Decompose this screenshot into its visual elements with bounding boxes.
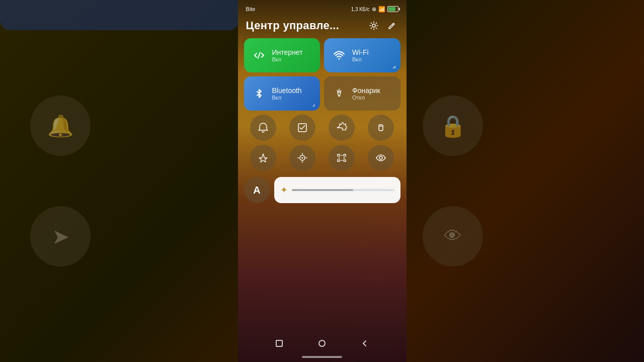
nav-back-icon [361, 340, 368, 347]
phone-container: Bite 1,3 КБ/с ⊕ 📶 Центр управле... [238, 0, 407, 362]
bluetooth-status: Вкл [272, 95, 302, 101]
nav-square-button[interactable] [272, 336, 287, 351]
brightness-bar [292, 189, 394, 191]
bottom-nav-bar [238, 333, 407, 358]
svg-point-5 [302, 157, 303, 159]
bluetooth-status-icon: ⊕ [372, 6, 376, 13]
signal-icon: 📶 [378, 6, 385, 13]
speed-label: 1,3 КБ/с [351, 7, 370, 12]
settings-icon[interactable] [367, 19, 380, 32]
wifi-toggle-text: Wi-Fi Вкл [352, 48, 369, 62]
cc-header: Центр управле... [238, 16, 407, 38]
font-btn-label: A [253, 185, 260, 196]
flashlight-status: Откл [352, 95, 380, 101]
cc-title: Центр управле... [246, 19, 340, 32]
small-buttons-row-2 [238, 145, 407, 171]
bluetooth-label: Bluetooth [272, 86, 302, 95]
bluetooth-toggle-text: Bluetooth Вкл [272, 86, 302, 101]
internet-icon [251, 47, 267, 63]
brightness-slider[interactable]: ✦ [274, 177, 400, 203]
wifi-toggle[interactable]: Wi-Fi Вкл [324, 38, 400, 72]
wifi-status: Вкл [352, 56, 369, 62]
svg-point-0 [372, 24, 375, 27]
home-indicator [302, 356, 342, 358]
nav-back-button[interactable] [357, 336, 372, 351]
cc-header-icons [367, 19, 398, 32]
wifi-icon [331, 47, 347, 63]
flashlight-toggle[interactable]: Фонарик Откл [324, 76, 400, 111]
eye-button[interactable] [368, 145, 394, 171]
nav-circle-icon [318, 340, 326, 347]
spacer [238, 209, 407, 333]
nav-square-icon [276, 340, 283, 347]
rotation-lock-button[interactable] [289, 145, 315, 171]
svg-point-1 [339, 58, 340, 60]
bluetooth-toggle[interactable]: Bluetooth Вкл [244, 76, 320, 111]
small-buttons-row-1 [238, 115, 407, 141]
internet-toggle[interactable]: Интернет Вкл [244, 38, 320, 72]
control-center-panel: Bite 1,3 КБ/с ⊕ 📶 Центр управле... [238, 0, 407, 362]
svg-rect-6 [339, 155, 344, 160]
battery-fill [388, 7, 395, 11]
fullscreen-button[interactable] [329, 145, 355, 171]
airplane-button[interactable] [329, 115, 355, 141]
bg-eye-icon: 👁 [423, 206, 483, 266]
bg-bell-icon: 🔔 [30, 96, 91, 156]
status-right: 1,3 КБ/с ⊕ 📶 [351, 6, 398, 13]
bluetooth-icon [251, 85, 267, 102]
brightness-bar-fill [292, 189, 353, 191]
flashlight-label: Фонарик [352, 86, 380, 95]
brightness-row: A ✦ [238, 177, 407, 203]
location-button[interactable] [250, 145, 276, 171]
carrier-label: Bite [246, 6, 256, 12]
internet-toggle-text: Интернет Вкл [272, 48, 303, 62]
bell-button[interactable] [250, 115, 276, 141]
svg-rect-3 [379, 125, 383, 131]
nav-area [238, 333, 407, 362]
wifi-label: Wi-Fi [352, 48, 369, 56]
brightness-sun-icon: ✦ [280, 185, 288, 196]
internet-label: Интернет [272, 48, 303, 56]
internet-status: Вкл [272, 56, 303, 62]
bg-location-icon: ➤ [30, 206, 91, 266]
bg-lock-icon: 🔒 [423, 96, 483, 156]
font-size-button[interactable]: A [244, 177, 270, 203]
edit-icon[interactable] [385, 19, 398, 32]
flashlight-icon [331, 85, 347, 102]
toggles-grid: Интернет Вкл Wi-Fi Вкл [238, 38, 407, 111]
status-bar: Bite 1,3 КБ/с ⊕ 📶 [238, 0, 407, 16]
nav-home-button[interactable] [314, 336, 330, 351]
lock-rotation-button[interactable] [368, 115, 394, 141]
flashlight-toggle-text: Фонарик Откл [352, 86, 380, 101]
svg-point-7 [379, 156, 382, 159]
battery-icon [387, 6, 398, 12]
screenshot-button[interactable] [289, 115, 315, 141]
